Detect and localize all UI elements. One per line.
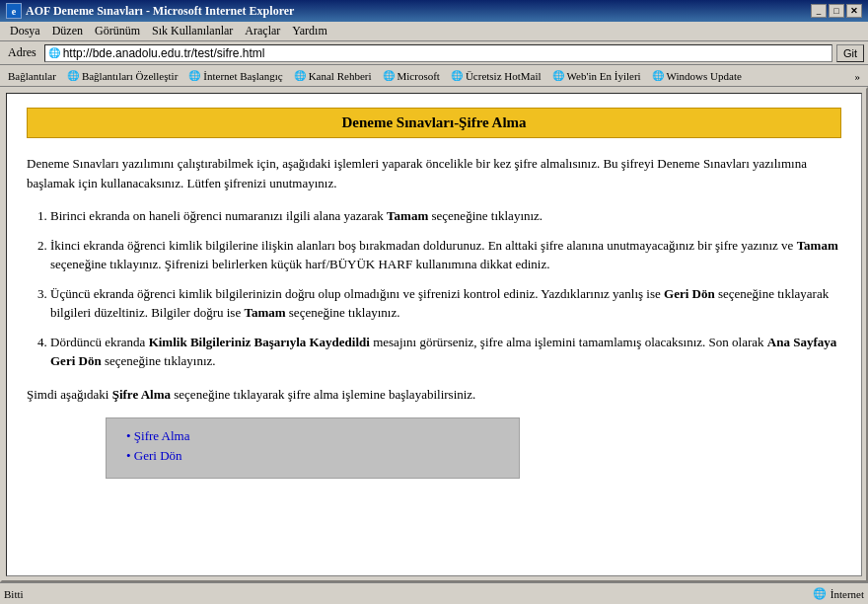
minimize-button[interactable]: _ (811, 4, 827, 18)
links-more-arrow[interactable]: » (851, 69, 865, 83)
links-bar: Bağlantılar 🌐 Bağlantıları Özelleştir 🌐 … (0, 65, 868, 87)
link-customize[interactable]: 🌐 Bağlantıları Özelleştir (62, 68, 181, 84)
link-box: Şifre Alma Geri Dön (106, 417, 520, 479)
content-inner: Deneme Sınavları-Şifre Alma Deneme Sınav… (7, 94, 861, 492)
window-title: AOF Deneme Sınavları - Microsoft Interne… (26, 4, 294, 19)
address-label: Adres (4, 45, 40, 60)
link-icon-kanal: 🌐 (293, 69, 307, 83)
link-icon-customize: 🌐 (66, 69, 80, 83)
title-bar-buttons[interactable]: _ □ ✕ (811, 4, 862, 18)
closing-text: Şimdi aşağıdaki Şifre Alma seçeneğine tı… (27, 385, 841, 405)
step-2: İkinci ekranda öğrenci kimlik bilgilerin… (50, 236, 841, 274)
step-3: Üçüncü ekranda öğrenci kimlik bilgilerin… (50, 284, 841, 323)
zone-text: İnternet (831, 588, 864, 600)
address-input-wrap: 🌐 (44, 44, 832, 62)
link-windows-update[interactable]: 🌐 Windows Update (647, 68, 746, 84)
step-4: Dördüncü ekranda Kimlik Bilgileriniz Baş… (50, 333, 841, 371)
menu-help[interactable]: Yardım (286, 23, 332, 39)
links-label: Bağlantılar (4, 69, 60, 83)
go-button[interactable]: Git (836, 44, 864, 62)
title-bar: e AOF Deneme Sınavları - Microsoft Inter… (0, 0, 868, 22)
address-input[interactable] (63, 46, 830, 60)
steps-list: Birinci ekranda on haneli öğrenci numara… (50, 206, 841, 371)
link-icon-internet-start: 🌐 (187, 69, 201, 83)
status-left: Bitti (4, 588, 24, 600)
step-1: Birinci ekranda on haneli öğrenci numara… (50, 206, 841, 226)
menu-tools[interactable]: Araçlar (239, 23, 286, 39)
status-zone: 🌐 İnternet (812, 586, 864, 602)
status-right: 🌐 İnternet (812, 586, 864, 602)
link-microsoft[interactable]: 🌐 Microsoft (378, 68, 444, 84)
menu-file[interactable]: Dosya (4, 23, 46, 39)
menu-edit[interactable]: Düzen (46, 23, 89, 39)
link-internet-start[interactable]: 🌐 İnternet Başlangıç (183, 68, 286, 84)
link-web-best[interactable]: 🌐 Web'in En İyileri (547, 68, 645, 84)
title-bar-left: e AOF Deneme Sınavları - Microsoft Inter… (6, 3, 294, 19)
link-icon-hotmail: 🌐 (450, 69, 464, 83)
menu-bar: Dosya Düzen Görünüm Sık Kullanılanlar Ar… (0, 22, 868, 41)
link-kanal-rehberi[interactable]: 🌐 Kanal Rehberi (289, 68, 376, 84)
page-heading: Deneme Sınavları-Şifre Alma (27, 108, 841, 138)
menu-view[interactable]: Görünüm (89, 23, 146, 39)
content-area: Deneme Sınavları-Şifre Alma Deneme Sınav… (6, 93, 862, 576)
link-hotmail[interactable]: 🌐 Ücretsiz HotMail (446, 68, 545, 84)
maximize-button[interactable]: □ (829, 4, 844, 18)
zone-globe-icon: 🌐 (812, 586, 828, 602)
sifre-alma-link[interactable]: Şifre Alma (126, 428, 499, 444)
menu-favorites[interactable]: Sık Kullanılanlar (146, 23, 239, 39)
address-bar: Adres 🌐 Git (0, 41, 868, 65)
close-button[interactable]: ✕ (846, 4, 862, 18)
browser-outer: Deneme Sınavları-Şifre Alma Deneme Sınav… (0, 87, 868, 582)
ie-logo-icon: e (6, 3, 22, 19)
link-icon-web-best: 🌐 (551, 69, 565, 83)
status-text: Bitti (4, 588, 24, 600)
link-icon-windows-update: 🌐 (651, 69, 665, 83)
link-icon-microsoft: 🌐 (382, 69, 396, 83)
geri-don-link[interactable]: Geri Dön (126, 448, 499, 464)
address-ie-icon: 🌐 (47, 46, 61, 60)
intro-paragraph: Deneme Sınavları yazılımını çalıştırabil… (27, 154, 841, 192)
status-bar: Bitti 🌐 İnternet (0, 582, 868, 604)
